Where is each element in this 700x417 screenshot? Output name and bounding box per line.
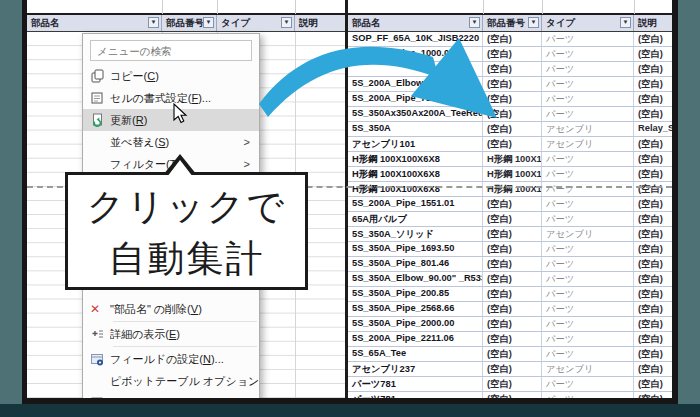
filter-dropdown-icon[interactable]: ▼ <box>528 17 539 28</box>
cell-desc[interactable]: (空白) <box>634 92 672 106</box>
cell-name[interactable]: 5S_350A_Pipe_2000.00 <box>348 317 483 331</box>
cell-type[interactable]: アセンブリ <box>542 137 634 151</box>
cell-desc[interactable]: (空白) <box>634 392 672 404</box>
cell-type[interactable]: パーツ <box>542 152 634 166</box>
cell-number[interactable]: (空白) <box>483 212 542 226</box>
cell-type[interactable]: パーツ <box>542 392 634 404</box>
left-header-4[interactable]: 説明 <box>295 15 345 31</box>
cell-type[interactable]: パーツ <box>542 107 634 121</box>
cell-type[interactable]: パーツ <box>542 242 634 256</box>
filter-dropdown-icon[interactable]: ▼ <box>469 17 480 28</box>
menu-item-4[interactable]: 並べ替え(S)> <box>83 131 259 153</box>
cell-desc[interactable]: (空白) <box>634 47 672 61</box>
cell-number[interactable]: (空白) <box>483 272 542 286</box>
left-header-1[interactable]: 部品名▼ <box>27 15 162 31</box>
cell-desc[interactable]: Relay_S <box>634 122 672 136</box>
cell-type[interactable]: パーツ <box>542 167 634 181</box>
cell-number[interactable]: (空白) <box>483 257 542 271</box>
cell-number[interactable]: (空白) <box>483 362 542 376</box>
cell-type[interactable]: パーツ <box>542 287 634 301</box>
menu-item-10[interactable]: フィールドリストを表示する(D) <box>83 392 259 399</box>
filter-dropdown-icon[interactable]: ▼ <box>148 17 159 28</box>
cell-type[interactable]: パーツ <box>542 317 634 331</box>
cell-desc[interactable]: (空白) <box>634 302 672 316</box>
cell-desc[interactable]: (空白) <box>634 62 672 76</box>
cell-name[interactable]: 65A用バルブ <box>348 212 483 226</box>
cell-type[interactable]: アセンブリ <box>542 122 634 136</box>
left-header-2[interactable]: 部品番号▼ <box>162 15 217 31</box>
cell-desc[interactable]: (空白) <box>634 377 672 391</box>
cell-name[interactable]: パーツ781 <box>348 392 483 404</box>
cell-type[interactable]: パーツ <box>542 32 634 46</box>
right-header-2[interactable]: 部品番号▼ <box>483 15 542 31</box>
cell-name[interactable]: 5S_350A_Pipe_801.46 <box>348 257 483 271</box>
cell-type[interactable]: パーツ <box>542 272 634 286</box>
cell-desc[interactable]: (空白) <box>634 347 672 361</box>
cell-desc[interactable]: (空白) <box>634 197 672 211</box>
cell-name[interactable]: 5S_200A_Pipe_716.80 <box>348 92 483 106</box>
cell-name[interactable]: 5S_350A <box>348 122 483 136</box>
cell-number[interactable]: (空白) <box>483 242 542 256</box>
menu-item-7[interactable]: 詳細の表示(E) <box>83 323 259 345</box>
cell-number[interactable]: (空白) <box>483 317 542 331</box>
cell-desc[interactable]: (空白) <box>634 287 672 301</box>
cell-type[interactable]: パーツ <box>542 77 634 91</box>
cell-name[interactable]: アセンブリ237 <box>348 362 483 376</box>
cell-name[interactable]: 5S_200A_Elbow_90.00 <box>348 77 483 91</box>
cell-number[interactable]: (空白) <box>483 392 542 404</box>
cell-desc[interactable]: (空白) <box>634 32 672 46</box>
cell-type[interactable]: アセンブリ <box>542 227 634 241</box>
right-header-4[interactable]: 説明 <box>634 15 672 31</box>
cell-desc[interactable]: (空白) <box>634 137 672 151</box>
cell-name[interactable]: 5S_350A_Pipe_1693.50 <box>348 242 483 256</box>
cell-number[interactable]: (空白) <box>483 77 542 91</box>
cell-name[interactable]: 5S_350A_Pipe_200.85 <box>348 287 483 301</box>
cell-type[interactable]: パーツ <box>542 347 634 361</box>
cell-number[interactable]: (空白) <box>483 302 542 316</box>
cell-desc[interactable]: (空白) <box>634 167 672 181</box>
menu-item-8[interactable]: フィールドの設定(N)... <box>83 348 259 370</box>
cell-number[interactable]: (空白) <box>483 287 542 301</box>
cell-number[interactable]: (空白) <box>483 122 542 136</box>
cell-number[interactable]: H形鋼 100X100X6X8 <box>483 167 542 181</box>
cell-desc[interactable]: (空白) <box>634 227 672 241</box>
menu-item-1[interactable]: コピー(C) <box>83 65 259 87</box>
cell-type[interactable]: パーツ <box>542 92 634 106</box>
cell-name[interactable]: H形鋼 100X100X6X8 <box>348 167 483 181</box>
right-header-1[interactable]: 部品名▼ <box>348 15 483 31</box>
cell-name[interactable]: SOP_FF_65A_10K_JISB2220 <box>348 32 483 46</box>
cell-number[interactable]: (空白) <box>483 347 542 361</box>
cell-type[interactable]: パーツ <box>542 377 634 391</box>
cell-name[interactable]: 5S_350A_Elbow_90.00" _R533.40 <box>348 272 483 286</box>
cell-name[interactable]: 5S_350A_ソリッド <box>348 227 483 241</box>
cell-name[interactable]: 5S_200A_Pipe_1551.01 <box>348 197 483 211</box>
right-header-3[interactable]: タイプ▼ <box>542 15 634 31</box>
filter-dropdown-icon[interactable]: ▼ <box>203 17 214 28</box>
cell-type[interactable]: パーツ <box>542 212 634 226</box>
cell-desc[interactable]: (空白) <box>634 107 672 121</box>
cell-number[interactable]: (空白) <box>483 332 542 346</box>
cell-name[interactable]: アセンブリ101 <box>348 137 483 151</box>
cell-type[interactable]: パーツ <box>542 302 634 316</box>
menu-item-2[interactable]: セルの書式設定(F)... <box>83 87 259 109</box>
cell-name[interactable]: 5S_200A_Pipe_2211.06 <box>348 332 483 346</box>
cell-number[interactable]: (空白) <box>483 32 542 46</box>
cell-desc[interactable]: (空白) <box>634 242 672 256</box>
cell-desc[interactable]: (空白) <box>634 77 672 91</box>
cell-number[interactable]: (空白) <box>483 47 542 61</box>
filter-dropdown-icon[interactable]: ▼ <box>620 17 631 28</box>
cell-name[interactable] <box>348 62 483 76</box>
cell-number[interactable]: (空白) <box>483 92 542 106</box>
cell-desc[interactable]: (空白) <box>634 257 672 271</box>
cell-type[interactable]: パーツ <box>542 197 634 211</box>
cell-desc[interactable]: (空白) <box>634 212 672 226</box>
cell-desc[interactable]: (空白) <box>634 317 672 331</box>
cell-name[interactable]: 5S_350A_Pipe_2568.66 <box>348 302 483 316</box>
left-header-3[interactable]: タイプ▼ <box>217 15 295 31</box>
cell-type[interactable]: パーツ <box>542 182 634 196</box>
cell-name[interactable]: パーツ781 <box>348 377 483 391</box>
cell-name[interactable]: 5S_350Ax350Ax200A_TeeReduce <box>348 107 483 121</box>
cell-desc[interactable]: (空白) <box>634 332 672 346</box>
cell-name[interactable]: 5S_200A_Pipe_1000.00 <box>348 47 483 61</box>
menu-search-input[interactable] <box>90 40 252 61</box>
